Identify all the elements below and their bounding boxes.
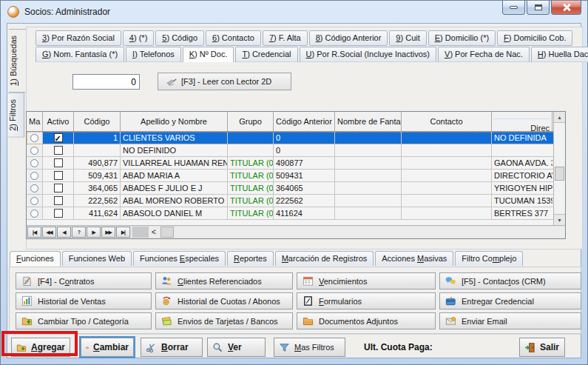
minimize-button[interactable] — [502, 1, 525, 15]
scroll-down-icon[interactable]: ▼ — [554, 214, 565, 225]
mas-filtros-button[interactable]: Mas Filtros — [274, 338, 345, 357]
nav-next-page-button[interactable]: ▶▶ — [101, 227, 115, 238]
formularios-button[interactable]: Formularios — [297, 292, 436, 309]
envios-tarjetas-button[interactable]: Envios de Tarjetas / Bancos — [155, 312, 293, 329]
agregar-button[interactable]: Agregar — [11, 338, 70, 357]
tab-por-rsocial-inactivos[interactable]: U) Por R.Social (Incluye Inactivos) — [300, 47, 437, 62]
table-row[interactable]: 509,431 ABAD MARIA A TITULAR (0) 509431 … — [27, 170, 565, 182]
tab-nro-doc[interactable]: K) Nº Doc. — [183, 47, 234, 62]
tab-telefonos[interactable]: I) Telefonos — [126, 47, 181, 62]
activo-checkbox[interactable] — [43, 195, 74, 207]
ver-button[interactable]: Ver — [207, 338, 266, 357]
cambiar-button[interactable]: Cambiar — [81, 338, 134, 357]
activo-checkbox[interactable] — [43, 207, 74, 219]
doc-number-input[interactable] — [72, 74, 140, 90]
header-marca[interactable]: Ma — [27, 112, 43, 131]
leer-lector-2d-button[interactable]: [F3] - Leer con Lector 2D — [158, 73, 291, 90]
table-row[interactable]: 222,562 ABAL MORENO ROBERTO E TITULAR (0… — [27, 195, 565, 207]
tab-acciones-masivas[interactable]: Acciones Masivas — [375, 251, 453, 266]
enviar-email-button[interactable]: Enviar Email — [439, 312, 581, 329]
historial-cuotas-button[interactable]: Historial de Cuotas / Abonos — [155, 292, 293, 309]
header-nombre-fantasia[interactable]: Nombre de Fantasí — [335, 112, 402, 131]
nav-first-button[interactable]: |◀ — [27, 227, 41, 238]
nav-search-button[interactable]: ? — [72, 227, 86, 238]
horizontal-scroll-thumb[interactable] — [160, 227, 174, 238]
tab-codigo-anterior[interactable]: 8) Código Anterior — [309, 30, 388, 46]
tab-marcacion-registros[interactable]: Marcación de Registros — [275, 251, 374, 266]
nav-last-button[interactable]: ▶| — [116, 227, 130, 238]
tab-cuit[interactable]: 9) Cuit — [389, 30, 426, 46]
row-selector-radio[interactable] — [27, 195, 43, 207]
radio-icon — [30, 159, 38, 167]
nav-next-button[interactable]: ▶ — [87, 227, 101, 238]
horizontal-scrollbar[interactable]: < — [149, 227, 565, 238]
historial-ventas-button[interactable]: Historial de Ventas — [16, 292, 152, 309]
header-direccion[interactable]: Direc — [492, 112, 552, 131]
salir-button[interactable]: Salir — [519, 338, 565, 357]
row-selector-radio[interactable] — [27, 132, 43, 144]
contactos-crm-button[interactable]: [F5] - Contactos (CRM) — [439, 272, 581, 289]
scroll-up-icon[interactable]: ▲ — [554, 112, 565, 123]
contratos-button[interactable]: [F4] - Contratos — [16, 272, 152, 289]
tab-codigo[interactable]: 5) Código — [155, 30, 204, 46]
tab-filtros[interactable]: 2) Filtros — [8, 93, 24, 138]
tab-huella-dactilar[interactable]: H) Huella Dactilar — [531, 47, 588, 62]
table-row[interactable]: 364,065 ABADES F JULIO E J TITULAR (0) 3… — [27, 182, 565, 195]
tab-por-fecha-nac[interactable]: V) Por Fecha de Nac. — [438, 47, 530, 62]
tab-domicilio[interactable]: E) Domicilio (*) — [428, 30, 496, 46]
row-selector-radio[interactable] — [27, 182, 43, 194]
restore-button[interactable] — [527, 1, 550, 15]
documentos-adjuntos-button[interactable]: Documentos Adjuntos — [297, 312, 436, 329]
tab-nom-fantasia[interactable]: G) Nom. Fantasía (*) — [36, 47, 124, 62]
tab-funciones-web[interactable]: Funciones Web — [62, 251, 132, 266]
activo-checkbox[interactable] — [43, 182, 74, 194]
vencimientos-button[interactable]: Vencimientos — [297, 272, 436, 289]
activo-checkbox[interactable] — [43, 144, 74, 156]
tab-busquedas[interactable]: 1) Búsquedas — [8, 29, 27, 93]
tab-funciones[interactable]: Funciones — [10, 251, 61, 267]
vertical-scrollbar[interactable]: ▲ ▼ — [553, 112, 565, 225]
folder-plus-icon — [16, 342, 27, 353]
close-button[interactable] — [551, 1, 581, 15]
cambiar-tipo-categoria-button[interactable]: Cambiar Tipo / Categoría — [16, 312, 152, 329]
header-grupo[interactable]: Grupo — [228, 112, 274, 131]
cell-codigo: 222,562 — [74, 195, 121, 207]
header-apellido-nombre[interactable]: Apellido y Nombre — [121, 112, 228, 131]
activo-checkbox[interactable] — [43, 132, 74, 144]
table-row[interactable]: 490,877 VILLARREAL HUAMAN REN TITULAR (0… — [27, 157, 565, 170]
cell-grupo: TITULAR (0) — [228, 207, 274, 219]
header-contacto[interactable]: Contacto — [402, 112, 492, 131]
tab-credencial[interactable]: T) Credencial — [235, 47, 297, 62]
nav-prior-page-button[interactable]: ◀◀ — [42, 227, 56, 238]
tab-funciones-especiales[interactable]: Funciones Especiales — [133, 251, 226, 266]
tab-asterisco[interactable]: 4) (*) — [123, 30, 154, 46]
tab-filtro-complejo[interactable]: Filtro Complejo — [455, 251, 523, 266]
scroll-left-icon[interactable]: < — [152, 227, 156, 238]
tab-por-razon-social[interactable]: 3) Por Razón Social — [36, 30, 121, 46]
activo-checkbox[interactable] — [43, 170, 74, 181]
tab-f-alta[interactable]: 7) F. Alta — [263, 30, 308, 46]
entregar-credencial-button[interactable]: Entregar Credencial — [439, 292, 581, 309]
table-row[interactable]: NO DEFINIDO 0 — [27, 144, 565, 157]
row-selector-radio[interactable] — [27, 207, 43, 219]
cell-grupo: TITULAR (0) — [228, 195, 274, 207]
header-activo[interactable]: Activo — [43, 112, 74, 131]
clientes-referenciados-button[interactable]: Clientes Referenciados — [155, 272, 293, 289]
row-selector-radio[interactable] — [27, 144, 43, 156]
table-row[interactable]: 1 CLIENTES VARIOS 0 NO DEFINIDA — [27, 132, 565, 144]
tab-contacto[interactable]: 6) Contacto — [206, 30, 261, 46]
header-codigo-anterior[interactable]: Código Anterior — [274, 112, 335, 131]
nav-prior-button[interactable]: ◀ — [57, 227, 71, 238]
restore-icon — [535, 4, 542, 10]
tab-domicilio-cob[interactable]: F) Domicilio Cob. — [497, 30, 572, 46]
borrar-button[interactable]: Borrar — [141, 338, 203, 357]
tab-reportes[interactable]: Reportes — [227, 251, 274, 266]
checkbox-icon — [54, 209, 63, 218]
header-codigo[interactable]: Código — [74, 112, 121, 131]
vertical-scroll-thumb[interactable] — [555, 167, 564, 181]
row-selector-radio[interactable] — [27, 170, 43, 181]
radio-icon — [30, 147, 38, 155]
row-selector-radio[interactable] — [27, 157, 43, 169]
table-row[interactable]: 411,624 ABASOLO DANIEL M TITULAR (0) 411… — [27, 207, 565, 220]
activo-checkbox[interactable] — [43, 157, 74, 169]
